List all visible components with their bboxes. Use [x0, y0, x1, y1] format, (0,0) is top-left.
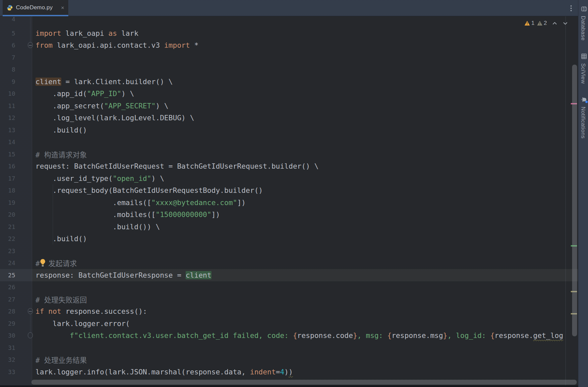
token-br: }	[353, 331, 357, 340]
warning-indicator[interactable]: 1	[524, 20, 534, 27]
code-line[interactable]: 31	[0, 342, 578, 354]
code-line[interactable]: 11 .app_secret("APP_SECRET") \	[0, 100, 578, 112]
kebab-menu-icon[interactable]	[568, 4, 574, 13]
token-d: .app_id(	[35, 89, 87, 98]
line-number[interactable]: 20	[0, 211, 15, 218]
code-line[interactable]: 13 .build()	[0, 124, 578, 136]
line-number[interactable]: 28	[0, 308, 15, 315]
code-line[interactable]: 23	[0, 245, 578, 257]
line-number[interactable]: 17	[0, 175, 15, 182]
code-line[interactable]: 30 f"client.contact.v3.user.batch_get_id…	[0, 329, 578, 342]
line-number[interactable]: 14	[0, 138, 15, 145]
line-number[interactable]: 6	[0, 42, 15, 49]
chevron-up-icon[interactable]	[552, 21, 558, 26]
tab-close-icon[interactable]: ×	[61, 5, 64, 11]
tab-codedemo[interactable]: CodeDemo.py ×	[3, 0, 68, 15]
weak-warning-indicator[interactable]: 2	[537, 20, 547, 27]
token-d: .request_body(BatchGetIdUserRequestBody.…	[35, 186, 263, 194]
code-line[interactable]: 15# 构造请求对象	[0, 148, 578, 160]
token-kw: if	[35, 307, 44, 315]
code-line[interactable]: 24# 发起请求	[0, 257, 578, 269]
code-line[interactable]: 14	[0, 136, 578, 148]
code-editor[interactable]: 45import lark_oapi as lark6from lark_oap…	[0, 16, 578, 387]
token-kw: as	[108, 29, 117, 37]
code-line[interactable]: 6from lark_oapi.api.contact.v3 import *	[0, 39, 578, 51]
line-number[interactable]: 10	[0, 90, 15, 97]
vertical-scrollbar-thumb[interactable]	[572, 65, 577, 336]
code-line[interactable]: 21 .build()) \	[0, 221, 578, 233]
line-number[interactable]: 11	[0, 102, 15, 109]
token-d: .build()	[35, 126, 87, 134]
token-hlw: client	[35, 78, 61, 86]
code-line[interactable]: 5import lark_oapi as lark	[0, 27, 578, 39]
code-line[interactable]: 27# 处理失败返回	[0, 293, 578, 305]
weak-warning-count: 2	[544, 20, 547, 27]
code-line[interactable]: 9client = lark.Client.builder() \	[0, 76, 578, 88]
line-number[interactable]: 8	[0, 66, 15, 73]
code-line[interactable]: 28if not response.success():	[0, 305, 578, 317]
code-line[interactable]: 8	[0, 63, 578, 76]
tool-button-sciview[interactable]: SciView	[580, 53, 586, 84]
line-number[interactable]: 23	[0, 248, 15, 254]
code-line[interactable]: 18 .request_body(BatchGetIdUserRequestBo…	[0, 184, 578, 196]
line-number[interactable]: 29	[0, 320, 15, 327]
token-br: {	[387, 331, 391, 340]
line-number[interactable]: 19	[0, 199, 15, 206]
token-d: ) \	[121, 89, 134, 98]
tool-button-notifications[interactable]: Notifications	[580, 96, 586, 138]
fold-marker-icon[interactable]	[28, 308, 33, 314]
line-number[interactable]: 22	[0, 235, 15, 242]
ide-window: CodeDemo.py × 45import lark_oapi as lark…	[0, 0, 588, 387]
code-line[interactable]: 29 lark.logger.error(	[0, 317, 578, 330]
token-d: .emails([	[35, 198, 151, 207]
line-number[interactable]: 31	[0, 344, 15, 351]
code-line[interactable]: 19 .emails(["xxxx@bytedance.com"])	[0, 196, 578, 209]
code-text: response: BatchGetIdUserResponse = clien…	[35, 271, 211, 279]
code-line[interactable]: 33lark.logger.info(lark.JSON.marshal(res…	[0, 366, 578, 378]
token-d: request: BatchGetIdUserRequest = BatchGe…	[35, 162, 319, 170]
code-text: lark.logger.error(	[35, 319, 130, 328]
code-line[interactable]: 7	[0, 51, 578, 64]
token-d: .log_level(lark.LogLevel.DEBUG) \	[35, 114, 194, 122]
tool-button-database[interactable]: Database	[580, 5, 586, 41]
code-line[interactable]: 26	[0, 281, 578, 293]
line-number[interactable]: 26	[0, 284, 15, 291]
token-d: ) \	[151, 174, 164, 183]
code-line[interactable]: 12 .log_level(lark.LogLevel.DEBUG) \	[0, 112, 578, 124]
token-d: .mobiles([	[35, 210, 155, 219]
code-line[interactable]: 20 .mobiles(["15000000000"])	[0, 208, 578, 221]
line-number[interactable]: 4	[0, 16, 15, 23]
chevron-down-icon[interactable]	[562, 21, 568, 26]
line-number[interactable]: 9	[0, 78, 15, 85]
horizontal-scrollbar-thumb[interactable]	[31, 380, 577, 385]
code-line[interactable]: 22 .build()	[0, 233, 578, 245]
code-line[interactable]: 10 .app_id("APP_ID") \	[0, 87, 578, 100]
lightbulb-icon[interactable]	[39, 258, 47, 267]
fold-marker-icon[interactable]	[28, 42, 33, 48]
line-number[interactable]: 30	[0, 332, 15, 339]
line-number[interactable]: 5	[0, 30, 15, 37]
token-d: lark_oapi	[61, 29, 108, 37]
line-number[interactable]: 24	[0, 259, 15, 266]
code-line[interactable]: 16request: BatchGetIdUserRequest = Batch…	[0, 160, 578, 172]
grid-table-icon	[580, 53, 587, 59]
line-number[interactable]: 25	[0, 272, 15, 279]
line-number[interactable]: 16	[0, 163, 15, 170]
code-line[interactable]: 25response: BatchGetIdUserResponse = cli…	[0, 269, 578, 281]
line-number[interactable]: 13	[0, 127, 15, 134]
line-number[interactable]: 33	[0, 368, 15, 375]
code-line[interactable]: 17 .user_id_type("open_id") \	[0, 172, 578, 185]
fold-marker-icon[interactable]	[28, 332, 33, 338]
line-number[interactable]: 7	[0, 54, 15, 61]
token-str: , log_id:	[447, 331, 490, 340]
line-number[interactable]: 12	[0, 114, 15, 121]
code-text: client = lark.Client.builder() \	[35, 78, 173, 86]
token-d: .build()) \	[35, 223, 160, 231]
line-number[interactable]: 27	[0, 296, 15, 303]
line-number[interactable]: 32	[0, 356, 15, 363]
line-number[interactable]: 21	[0, 223, 15, 230]
code-line[interactable]: 4	[0, 16, 578, 25]
line-number[interactable]: 18	[0, 187, 15, 194]
code-line[interactable]: 32# 处理业务结果	[0, 354, 578, 366]
line-number[interactable]: 15	[0, 151, 15, 158]
